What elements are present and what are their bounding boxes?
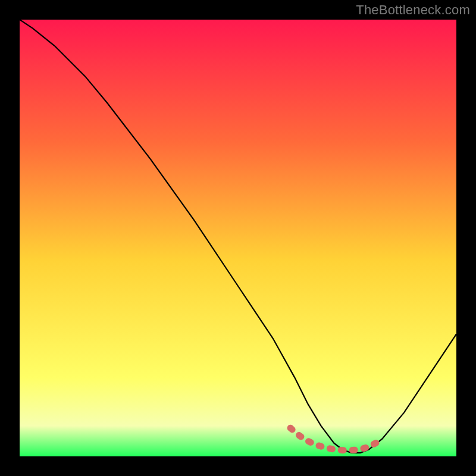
chart-frame: TheBottleneck.com — [0, 0, 476, 476]
gradient-background — [20, 20, 456, 456]
plot-area — [20, 20, 456, 456]
bottleneck-chart — [20, 20, 456, 456]
watermark-text: TheBottleneck.com — [356, 2, 470, 18]
